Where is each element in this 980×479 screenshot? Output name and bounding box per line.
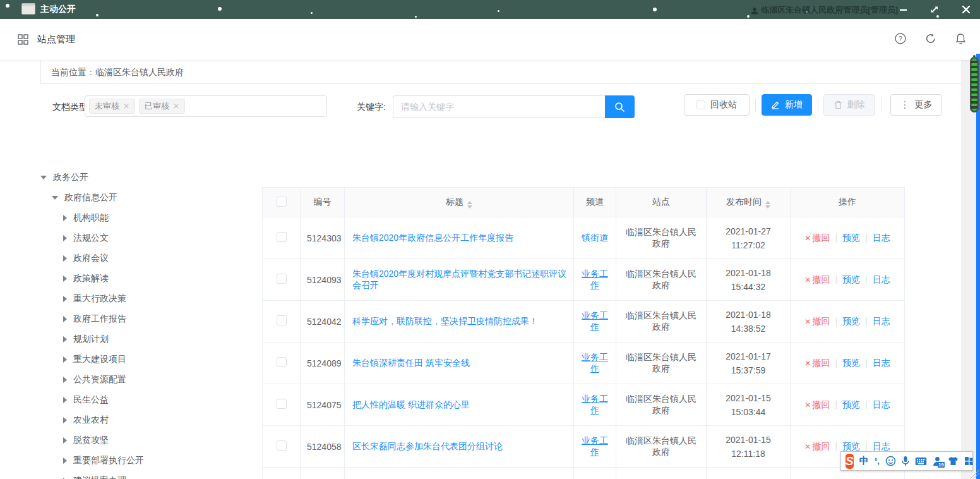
caret-right-icon[interactable] [63,336,67,343]
channel-link[interactable]: 镇街道 [582,233,608,243]
caret-right-icon[interactable] [63,356,67,363]
log-link[interactable]: 日志 [873,274,890,284]
search-button[interactable] [605,95,635,118]
withdraw-link[interactable]: ✕撤回 [804,233,830,243]
recycle-checkbox[interactable] [696,100,705,109]
grid-menu-icon[interactable] [18,34,28,45]
help-icon[interactable]: ? [895,33,906,46]
preview-link[interactable]: 预览 [842,233,860,243]
caret-right-icon[interactable] [63,458,67,464]
caret-right-icon[interactable] [63,235,67,241]
caret-right-icon[interactable] [63,215,67,221]
ime-skin-icon[interactable] [948,456,959,466]
select-all-checkbox[interactable] [277,197,287,207]
tag-remove-icon[interactable]: ✕ [123,102,129,111]
preview-link[interactable]: 预览 [842,274,860,284]
preview-link[interactable]: 预览 [842,316,860,326]
scrollbar-thumb[interactable] [970,57,979,112]
ime-menu-grid-icon[interactable] [964,456,974,466]
row-checkbox[interactable] [277,440,287,451]
channel-link[interactable]: 业务工作 [582,269,608,290]
more-button[interactable]: ⋮ 更多 [890,94,942,116]
window-resize-grip[interactable] [970,469,979,478]
preview-link[interactable]: 预览 [842,441,860,451]
ime-punctuation-icon[interactable]: °, [875,457,880,466]
withdraw-link[interactable]: ✕撤回 [804,274,830,284]
tree-item[interactable]: 公共资源配置 [38,370,259,390]
log-link[interactable]: 日志 [873,358,890,368]
maximize-button[interactable] [929,4,940,15]
ime-keyboard-icon[interactable] [915,457,927,466]
log-link[interactable]: 日志 [873,233,890,243]
sort-carets-icon[interactable] [765,201,770,209]
ime-emoji-icon[interactable] [885,456,896,466]
tree-item[interactable]: 政务公开 [38,167,259,188]
tree-item[interactable]: 民生公益 [38,390,259,410]
tree-item[interactable]: 机构职能 [38,208,259,228]
close-button[interactable] [961,4,971,15]
withdraw-link[interactable]: ✕撤回 [804,358,830,368]
caret-down-icon[interactable] [40,176,47,179]
channel-link[interactable]: 业务工作 [582,310,608,332]
notification-bell-icon[interactable] [955,33,966,47]
scrollbar-track[interactable] [961,54,976,479]
tag-remove-icon[interactable]: ✕ [173,102,179,111]
column-header[interactable]: 标题 [345,188,574,217]
tree-item[interactable]: 法规公文 [38,228,259,248]
tree-item[interactable]: 政策解读 [38,269,259,289]
row-checkbox[interactable] [277,399,287,409]
caret-right-icon[interactable] [63,437,67,444]
tree-item[interactable]: 政府工作报告 [38,309,259,329]
channel-link[interactable]: 业务工作 [582,352,608,373]
row-checkbox[interactable] [277,357,287,367]
preview-link[interactable]: 预览 [842,358,860,368]
withdraw-link[interactable]: ✕撤回 [804,399,830,409]
doc-title-link[interactable]: 朱台镇深耕责任田 筑牢安全线 [352,358,470,368]
delete-button[interactable]: 删除 [823,94,875,116]
tree-item[interactable]: 建议提案办理 [38,471,259,479]
sort-carets-icon[interactable] [467,201,472,209]
refresh-icon[interactable] [925,33,936,46]
caret-right-icon[interactable] [63,255,67,262]
caret-right-icon[interactable] [63,276,67,282]
caret-right-icon[interactable] [63,316,67,322]
log-link[interactable]: 日志 [873,441,890,451]
caret-right-icon[interactable] [63,377,67,383]
doc-title-link[interactable]: 把人性的温暖 织进群众的心里 [352,399,470,409]
caret-down-icon[interactable] [52,196,58,200]
withdraw-link[interactable]: ✕撤回 [804,441,830,451]
column-header[interactable]: 发布时间 [707,188,791,217]
tree-item[interactable]: 重大行政决策 [38,289,259,309]
channel-link[interactable]: 业务工作 [582,435,608,457]
tree-item[interactable]: 规划计划 [38,329,259,349]
caret-right-icon[interactable] [63,397,67,403]
row-checkbox[interactable] [277,315,287,325]
row-checkbox[interactable] [277,274,287,284]
doc-title-link[interactable]: 朱台镇2020年政府信息公开工作年度报告 [352,233,513,243]
doc-title-link[interactable]: 朱台镇2020年度对村观摩点评暨村党支部书记述职评议会召开 [352,269,566,290]
tree-item[interactable]: 重大建设项目 [38,349,259,370]
add-button[interactable]: 新增 [762,94,812,116]
channel-link[interactable]: 业务工作 [582,394,608,415]
tree-item[interactable]: 农业农村 [38,410,259,430]
log-link[interactable]: 日志 [873,316,890,326]
doc-type-multiselect[interactable]: 未审核 ✕ 已审核 ✕ [85,95,327,117]
preview-link[interactable]: 预览 [842,399,860,409]
sogou-logo-icon[interactable]: S [846,454,854,469]
log-link[interactable]: 日志 [873,399,890,409]
minimize-button[interactable] [898,4,908,15]
caret-right-icon[interactable] [63,296,67,302]
caret-right-icon[interactable] [63,417,67,423]
tree-item[interactable]: 脱贫攻坚 [38,430,259,451]
row-checkbox[interactable] [277,232,287,242]
withdraw-link[interactable]: ✕撤回 [804,316,830,326]
tree-item[interactable]: 政府信息公开 [38,188,259,208]
tree-item[interactable]: 重要部署执行公开 [38,451,259,471]
ime-mic-icon[interactable] [902,456,909,466]
doc-title-link[interactable]: 科学应对，联防联控，坚决捍卫疫情防控成果！ [352,316,538,326]
keyword-input[interactable] [393,95,605,118]
tree-item[interactable]: 政府会议 [38,248,259,269]
ime-mode-chinese[interactable]: 中 [859,455,869,467]
ime-account-icon[interactable]: 19 [933,456,942,466]
doc-title-link[interactable]: 区长宋磊同志参加朱台代表团分组讨论 [352,441,503,451]
